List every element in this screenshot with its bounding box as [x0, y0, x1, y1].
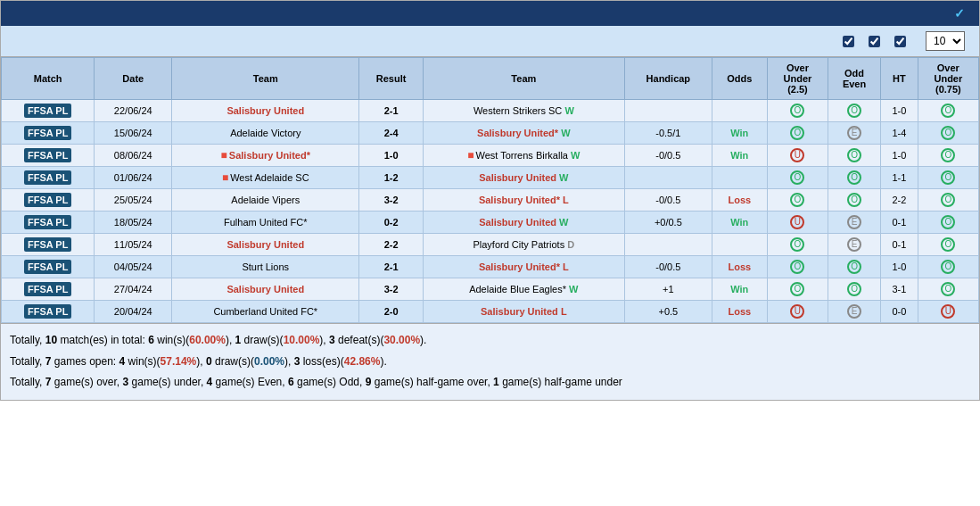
summary-section: Totally, 10 match(es) in total: 6 win(s)…	[1, 323, 979, 400]
over-under-075-cell: U	[918, 301, 978, 323]
team2-link[interactable]: Salisbury United	[481, 306, 558, 317]
auscupq-checkbox[interactable]	[894, 36, 906, 47]
team1-link[interactable]: Salisbury United	[226, 105, 304, 116]
match-type-cell: FFSA PL	[2, 234, 95, 256]
summary-line1: Totally, 10 match(es) in total: 6 win(s)…	[10, 331, 970, 351]
team1-link[interactable]: Salisbury United	[226, 239, 304, 250]
odd-even-cell: E	[828, 122, 881, 145]
team1-name: Fulham United FC*	[224, 217, 308, 228]
team2-link[interactable]: Salisbury United*	[479, 261, 560, 272]
odds-win: Win	[730, 284, 748, 294]
date-cell: 15/06/24	[95, 122, 172, 145]
last-games-filter: 5 10 15 20	[920, 31, 970, 51]
ht-cell: 3-1	[881, 278, 918, 301]
match-type-cell: FFSA PL	[2, 278, 95, 301]
odd-even-cell: O	[828, 100, 881, 122]
match-type-cell: FFSA PL	[2, 122, 95, 145]
odd-even-cell: E	[828, 301, 881, 323]
odds-cell: Win	[712, 122, 767, 145]
filter-auscupq	[894, 36, 910, 47]
over-under-25-cell: O	[767, 234, 828, 256]
handicap-cell: -0/0.5	[624, 256, 712, 278]
ht-cell: 1-1	[881, 167, 918, 189]
odds-cell: Win	[712, 212, 767, 234]
circle-o-icon: O	[941, 193, 955, 207]
col-date: Date	[95, 58, 172, 100]
handicap-cell: +0/0.5	[624, 212, 712, 234]
red-card-icon: ■	[467, 149, 474, 162]
table-row: FFSA PL 25/05/24 Adelaide Vipers 3-2 Sal…	[2, 189, 979, 212]
odd-even-cell: O	[828, 145, 881, 167]
date-cell: 27/04/24	[95, 278, 172, 301]
summary-line3: Totally, 7 game(s) over, 3 game(s) under…	[10, 373, 970, 393]
result-score: 1-0	[384, 150, 399, 161]
ht-cell: 1-0	[881, 145, 918, 167]
date-cell: 04/05/24	[95, 256, 172, 278]
circle-o-icon: O	[941, 126, 955, 140]
date-cell: 08/06/24	[95, 145, 172, 167]
header-right: ✓	[954, 6, 970, 21]
over-under-25-cell: U	[767, 212, 828, 234]
outcome-l: L	[563, 195, 569, 205]
match-type-cell: FFSA PL	[2, 145, 95, 167]
odds-cell: Loss	[712, 301, 767, 323]
team2-link[interactable]: Salisbury United	[479, 172, 556, 183]
ht-cell: 0-1	[881, 212, 918, 234]
red-card-icon: ■	[222, 171, 228, 184]
match-type-cell: FFSA PL	[2, 100, 95, 122]
circle-o-icon: O	[847, 282, 861, 296]
outcome-w: W	[571, 150, 580, 161]
col-odds: Odds	[712, 58, 767, 100]
match-type-badge: FFSA PL	[24, 170, 71, 185]
match-type-badge: FFSA PL	[24, 215, 71, 229]
circle-u-icon: U	[941, 304, 955, 319]
ffsapl-checkbox[interactable]	[869, 36, 880, 47]
circle-o-icon: O	[790, 104, 804, 118]
outcome-d: D	[567, 239, 574, 250]
team1-link[interactable]: Salisbury United*	[229, 150, 310, 161]
last-games-select[interactable]: 5 10 15 20	[926, 31, 965, 51]
date-cell: 22/06/24	[95, 100, 172, 122]
col-team2: Team	[423, 58, 624, 100]
col-over-under-25: OverUnder(2.5)	[767, 58, 828, 100]
header: ✓	[1, 1, 979, 26]
team2-link[interactable]: Salisbury United*	[477, 128, 558, 138]
over-under-075-cell: O	[918, 256, 978, 278]
ht-cell: 1-0	[881, 256, 918, 278]
match-type-cell: FFSA PL	[2, 167, 95, 189]
over-under-25-cell: U	[767, 301, 828, 323]
result-cell: 3-2	[359, 278, 423, 301]
match-type-badge: FFSA PL	[24, 148, 71, 162]
table-row: FFSA PL 08/06/24 ■Salisbury United* 1-0 …	[2, 145, 979, 167]
outcome-w: W	[561, 128, 570, 138]
date-cell: 20/04/24	[95, 301, 172, 323]
circle-o-icon: O	[790, 282, 804, 296]
circle-o-icon: O	[790, 237, 804, 252]
table-row: FFSA PL 04/05/24 Sturt Lions 2-1 Salisbu…	[2, 256, 979, 278]
circle-o-icon: O	[941, 170, 955, 185]
intcf-checkbox[interactable]	[843, 36, 854, 47]
over-under-075-cell: O	[918, 212, 978, 234]
team2-cell: Western Strikers SC W	[423, 100, 624, 122]
summary-line2: Totally, 7 games open: 4 win(s)(57.14%),…	[10, 353, 970, 372]
circle-e-icon: E	[847, 215, 861, 229]
over-under-25-cell: U	[767, 145, 828, 167]
outcome-w: W	[559, 172, 568, 183]
outcome-w: W	[569, 284, 578, 294]
circle-e-icon: E	[847, 304, 861, 319]
team2-link[interactable]: Salisbury United	[479, 217, 556, 228]
scores-table: Match Date Team Result Team Handicap Odd…	[1, 57, 979, 323]
col-over-under-075: OverUnder(0.75)	[918, 58, 978, 100]
date-cell: 18/05/24	[95, 212, 172, 234]
over-under-25-cell: O	[767, 189, 828, 212]
team1-name: Cumberland United FC*	[213, 306, 317, 317]
handicap-cell: +1	[624, 278, 712, 301]
handicap-cell	[624, 100, 712, 122]
team2-link[interactable]: Salisbury United*	[479, 195, 560, 205]
team1-link[interactable]: Salisbury United	[226, 284, 304, 294]
over-under-25-cell: O	[767, 122, 828, 145]
team2-cell: Salisbury United L	[423, 301, 624, 323]
circle-o-icon: O	[790, 193, 804, 207]
circle-o-icon: O	[941, 282, 955, 296]
table-row: FFSA PL 11/05/24 Salisbury United 2-2 Pl…	[2, 234, 979, 256]
